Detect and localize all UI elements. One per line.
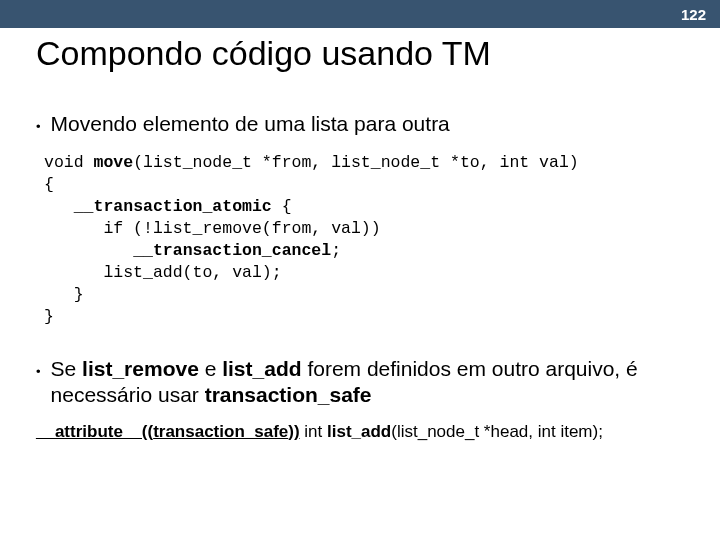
code-line-7: } xyxy=(44,285,84,304)
code-line-1: void move(list_node_t *from, list_node_t… xyxy=(44,153,579,172)
bullet-1: • Movendo elemento de uma lista para out… xyxy=(36,111,684,138)
page-number: 122 xyxy=(681,6,706,23)
slide-title: Compondo código usando TM xyxy=(36,34,684,73)
attribute-line: __attribute__((transaction_safe)) int li… xyxy=(36,422,684,442)
code-line-4: if (!list_remove(from, val)) xyxy=(44,219,381,238)
code-line-6: list_add(to, val); xyxy=(44,263,282,282)
slide: 122 Compondo código usando TM • Movendo … xyxy=(0,0,720,540)
bullet-dot-icon: • xyxy=(36,116,41,138)
slide-content: Compondo código usando TM • Movendo elem… xyxy=(0,28,720,442)
code-block: void move(list_node_t *from, list_node_t… xyxy=(44,152,684,328)
bullet-dot-icon: • xyxy=(36,361,41,383)
bullet-2-text: Se list_remove e list_add forem definido… xyxy=(51,356,684,408)
code-line-3: __transaction_atomic { xyxy=(44,197,292,216)
code-line-2: { xyxy=(44,175,54,194)
code-line-5: __transaction_cancel; xyxy=(44,241,341,260)
bullet-1-text: Movendo elemento de uma lista para outra xyxy=(51,111,450,137)
top-bar: 122 xyxy=(0,0,720,28)
code-line-8: } xyxy=(44,307,54,326)
bullet-2: • Se list_remove e list_add forem defini… xyxy=(36,356,684,408)
